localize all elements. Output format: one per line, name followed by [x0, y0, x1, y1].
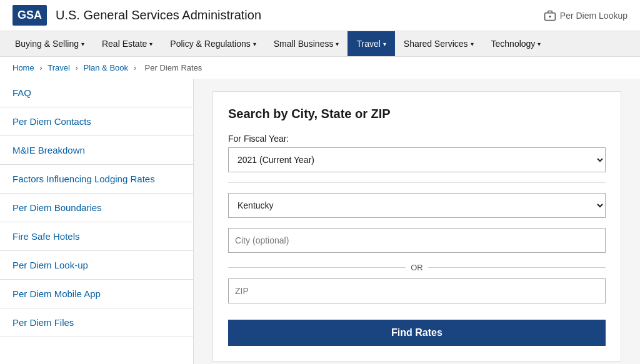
city-group: [228, 228, 606, 253]
sidebar-item-mie-breakdown[interactable]: M&IE Breakdown: [0, 136, 193, 165]
or-divider: OR: [228, 263, 606, 272]
sidebar-item-per-diem-boundaries[interactable]: Per Diem Boundaries: [0, 194, 193, 222]
sidebar: FAQ Per Diem Contacts M&IE Breakdown Fac…: [0, 79, 194, 364]
divider-1: [228, 182, 606, 183]
gsa-logo: GSA: [12, 5, 47, 26]
breadcrumb-current: Per Diem Rates: [145, 63, 202, 72]
breadcrumb-travel[interactable]: Travel: [48, 63, 70, 72]
sidebar-item-per-diem-contacts[interactable]: Per Diem Contacts: [0, 107, 193, 136]
chevron-down-icon: ▾: [336, 41, 339, 47]
state-select[interactable]: AlabamaAlaskaArizona ArkansasCaliforniaC…: [228, 193, 606, 218]
chevron-down-icon: ▾: [253, 41, 256, 47]
chevron-down-icon: ▾: [538, 41, 541, 47]
sidebar-item-per-diem-lookup[interactable]: Per Diem Look-up: [0, 251, 193, 280]
chevron-down-icon: ▾: [471, 41, 474, 47]
sidebar-item-per-diem-mobile-app[interactable]: Per Diem Mobile App: [0, 280, 193, 308]
chevron-down-icon: ▾: [149, 41, 152, 47]
breadcrumb-home[interactable]: Home: [12, 63, 34, 72]
per-diem-lookup-button[interactable]: Per Diem Lookup: [544, 9, 628, 22]
sidebar-item-per-diem-files[interactable]: Per Diem Files: [0, 308, 193, 337]
nav-item-policy-regulations[interactable]: Policy & Regulations ▾: [161, 31, 264, 56]
per-diem-lookup-label: Per Diem Lookup: [560, 11, 628, 21]
nav-item-small-business[interactable]: Small Business ▾: [265, 31, 348, 56]
chevron-down-icon: ▾: [81, 41, 84, 47]
search-content: Search by City, State or ZIP For Fiscal …: [194, 79, 640, 364]
city-input[interactable]: [228, 228, 606, 253]
nav-item-technology[interactable]: Technology ▾: [482, 31, 550, 56]
find-rates-button[interactable]: Find Rates: [228, 320, 606, 346]
nav-item-travel[interactable]: Travel ▾: [348, 31, 394, 56]
briefcase-icon: [544, 9, 556, 22]
main-content: FAQ Per Diem Contacts M&IE Breakdown Fac…: [0, 79, 640, 364]
search-title: Search by City, State or ZIP: [228, 107, 606, 121]
nav-item-real-estate[interactable]: Real Estate ▾: [93, 31, 161, 56]
header-title: U.S. General Services Administration: [56, 8, 544, 22]
fiscal-year-select[interactable]: 2021 (Current Year) 2020 2019 2018: [228, 147, 606, 172]
chevron-down-icon: ▾: [383, 41, 386, 47]
sidebar-item-fire-safe-hotels[interactable]: Fire Safe Hotels: [0, 222, 193, 251]
or-text: OR: [411, 263, 423, 272]
fiscal-year-group: For Fiscal Year: 2021 (Current Year) 202…: [228, 134, 606, 172]
main-nav: Buying & Selling ▾ Real Estate ▾ Policy …: [0, 31, 640, 57]
zip-input[interactable]: [228, 278, 606, 303]
breadcrumb: Home › Travel › Plan & Book › Per Diem R…: [0, 57, 640, 79]
header: GSA U.S. General Services Administration…: [0, 0, 640, 31]
zip-group: [228, 278, 606, 303]
sidebar-item-faq[interactable]: FAQ: [0, 79, 193, 107]
sidebar-item-factors-lodging[interactable]: Factors Influencing Lodging Rates: [0, 165, 193, 194]
nav-item-buying-selling[interactable]: Buying & Selling ▾: [6, 31, 93, 56]
fiscal-year-label: For Fiscal Year:: [228, 134, 606, 144]
nav-item-shared-services[interactable]: Shared Services ▾: [395, 31, 482, 56]
state-group: AlabamaAlaskaArizona ArkansasCaliforniaC…: [228, 193, 606, 218]
breadcrumb-plan-book[interactable]: Plan & Book: [83, 63, 128, 72]
